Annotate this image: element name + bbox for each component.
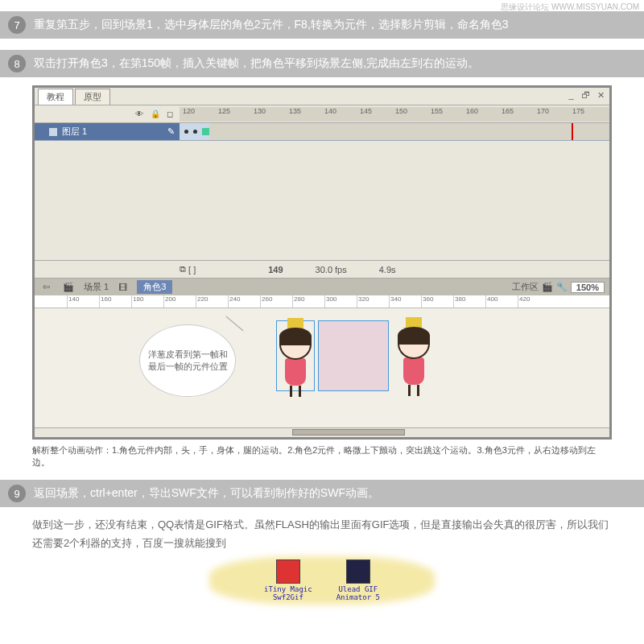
flash-ide-window: 教程 原型 _ 🗗 ✕ 👁 🔒 ◻ 1201251301351401451501… [32,85,612,440]
step-9: 9 返回场景，ctrl+enter，导出SWF文件，可以看到制作好的SWF动画。 [0,480,644,507]
edit-bar: ⇦ 🎬 场景 1 🎞 角色3 工作区 🎬 🔧 150% [35,278,609,295]
scene-select-icon[interactable]: 🎬 [542,282,553,292]
back-icon[interactable]: ⇦ [39,282,53,292]
step-7: 7 重复第五步，回到场景1，选中身体层的角色2元件，F8,转换为元件，选择影片剪… [0,11,644,39]
step-8: 8 双击打开角色3，在第150帧，插入关键帧，把角色平移到场景左侧,完成由左到右… [0,50,644,77]
app-ulead-gif[interactable]: Ulead GIF Animator 5 [336,559,380,601]
onion-skin-icon[interactable]: ⧉ [180,264,186,275]
app-icons-row: iTiny Magic Swf2Gif Ulead GIF Animator 5 [0,559,644,601]
step-badge-9: 9 [8,485,26,502]
current-frame: 149 [268,265,283,275]
window-controls[interactable]: _ 🗗 ✕ [569,90,605,101]
bracket-icon[interactable]: [ ] [188,265,196,275]
layer-controls-icons[interactable]: 👁 🔒 ◻ [35,109,180,118]
scrollbar-thumb[interactable] [292,429,405,436]
document-tabs: 教程 原型 [35,88,609,105]
tab-tutorial[interactable]: 教程 [38,89,73,105]
symbol-select-icon[interactable]: 🔧 [556,282,568,292]
workspace-label[interactable]: 工作区 [512,281,539,293]
layer-label[interactable]: 图层 1 ✎ [35,123,180,140]
onion-skin-callout: 洋葱皮看到第一帧和最后一帧的元件位置 [139,324,236,397]
step-8-text: 双击打开角色3，在第150帧，插入关键帧，把角色平移到场景左侧,完成由左到右的运… [34,56,479,71]
app-swf2gif[interactable]: iTiny Magic Swf2Gif [264,559,312,601]
analysis-caption: 解析整个动画动作：1.角色元件内部，头，手，身体，腿的运动。2.角色2元件，略微… [32,444,612,469]
layer-toggles[interactable] [180,123,209,140]
character-instance-right[interactable] [394,320,433,391]
playhead-line [572,123,573,140]
description-text: 做到这一步，还没有结束，QQ表情是GIF格式。虽然FLASH的输出里面有GIF选… [32,515,612,553]
ulead-label: Ulead GIF Animator 5 [336,585,380,601]
clip-icon: 🎞 [115,283,130,292]
stage-ruler: 1401601802002202402602803003203403603804… [35,295,609,308]
timeline-empty-area [35,141,609,260]
frame-strip[interactable] [209,123,609,140]
step-7-text: 重复第五步，回到场景1，选中身体层的角色2元件，F8,转换为元件，选择影片剪辑，… [34,18,509,32]
tab-prototype[interactable]: 原型 [75,89,110,105]
swf2gif-label: iTiny Magic Swf2Gif [264,585,312,601]
stage[interactable]: 洋葱皮看到第一帧和最后一帧的元件位置 [35,308,609,427]
timeline-header: 👁 🔒 ◻ 1201251301351401451501551601651701… [35,105,609,123]
fps-display: 30.0 fps [316,265,347,275]
character-instance-left[interactable] [276,320,315,391]
watermark: 思缘设计论坛 WWW.MISSYUAN.COM [501,2,639,13]
selection-box[interactable] [318,320,389,391]
breadcrumb-clip[interactable]: 角色3 [137,280,172,294]
scene-icon[interactable]: 🎬 [60,282,77,292]
callout-line [225,316,243,332]
horizontal-scrollbar[interactable] [35,427,609,437]
step-9-text: 返回场景，ctrl+enter，导出SWF文件，可以看到制作好的SWF动画。 [34,486,379,501]
zoom-input[interactable]: 150% [571,282,605,293]
layer-row[interactable]: 图层 1 ✎ [35,123,609,141]
timeline-ruler[interactable]: 120125130135140145150155160165170175 [180,107,609,122]
swf2gif-icon [276,559,300,584]
breadcrumb-scene[interactable]: 场景 1 [84,281,109,293]
step-badge-8: 8 [8,55,26,72]
fold-icon[interactable] [49,128,57,136]
ulead-icon [346,559,370,584]
timeline-status-bar: ⧉ [ ] 149 30.0 fps 4.9s [35,260,609,278]
step-badge-7: 7 [8,16,26,34]
time-display: 4.9s [379,265,396,275]
layer-name: 图层 1 [62,126,87,138]
pencil-icon: ✎ [167,126,175,137]
